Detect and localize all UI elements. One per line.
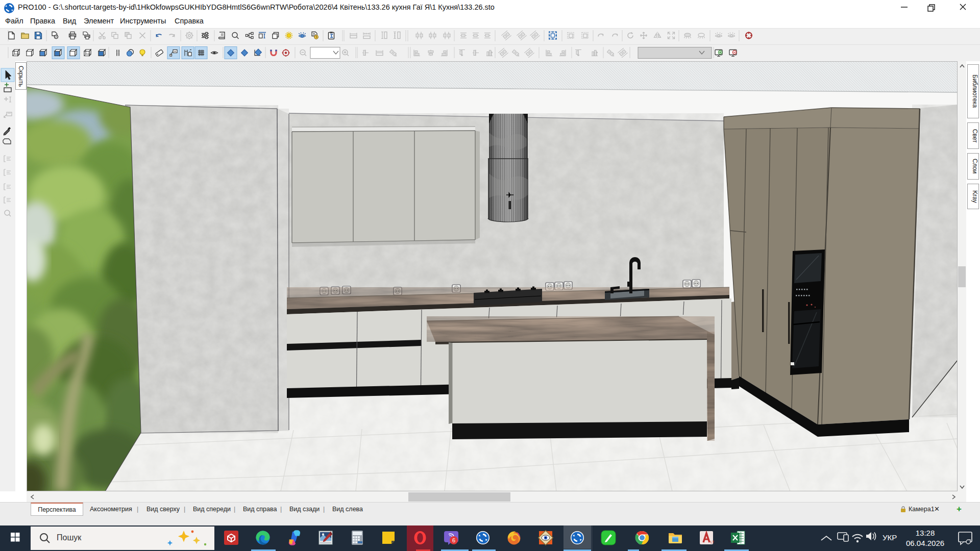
svg-text:УКР: УКР xyxy=(883,533,897,542)
svg-text:6: 6 xyxy=(452,537,455,543)
svg-text:LT: LT xyxy=(710,540,715,544)
